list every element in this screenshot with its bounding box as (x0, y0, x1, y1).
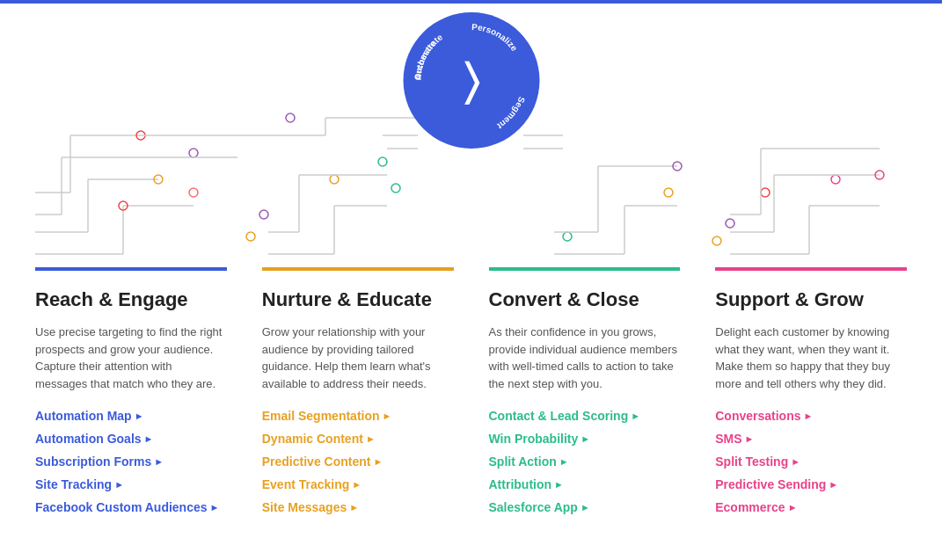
list-item: SMS ► (715, 431, 907, 447)
arrow-icon: ► (114, 479, 124, 490)
arrow-icon: ► (135, 411, 144, 421)
svg-text:Personalize: Personalize (471, 22, 519, 54)
list-item: Event Tracking ► (262, 476, 454, 492)
list-item: Conversations ► (715, 408, 907, 424)
column-reach: Reach & Engage Use precise targeting to … (18, 267, 245, 522)
list-item: Automation Map ► (35, 408, 227, 424)
convert-title: Convert & Close (489, 288, 681, 311)
arrow-icon: ► (791, 456, 800, 467)
arrow-icon: ► (349, 502, 359, 513)
arrow-icon: ► (352, 479, 361, 490)
arrow-icon: ► (581, 502, 590, 513)
svg-text:Segment: Segment (494, 96, 526, 132)
list-item: Dynamic Content ► (262, 431, 454, 447)
support-divider (715, 267, 907, 271)
column-convert: Convert & Close As their confidence in y… (471, 267, 698, 522)
svg-point-43 (726, 219, 734, 228)
arrow-icon: ► (788, 502, 798, 513)
reach-link-0[interactable]: Automation Map ► (35, 409, 144, 423)
reach-divider (35, 267, 227, 271)
diagram-container: Automate Personalize Segment Orchestrate… (18, 4, 924, 267)
nurture-link-2[interactable]: Predictive Content ► (262, 455, 383, 469)
list-item: Site Tracking ► (35, 476, 227, 492)
svg-point-20 (259, 210, 268, 219)
support-links: Conversations ► SMS ► Split Testing ► Pr… (715, 408, 907, 515)
convert-link-3[interactable]: Attribution ► (489, 477, 564, 491)
list-item: Predictive Content ► (262, 454, 454, 469)
convert-description: As their confidence in you grows, provid… (489, 324, 681, 392)
list-item: Automation Goals ► (35, 431, 227, 447)
column-support: Support & Grow Delight each customer by … (697, 267, 924, 522)
support-link-1[interactable]: SMS ► (715, 432, 754, 446)
arrow-icon: ► (554, 479, 564, 490)
nurture-title: Nurture & Educate (262, 288, 454, 311)
list-item: Site Messages ► (262, 499, 454, 515)
arrow-icon: ► (745, 433, 755, 444)
reach-link-4[interactable]: Facebook Custom Audiences ► (35, 500, 219, 514)
nurture-links: Email Segmentation ► Dynamic Content ► P… (262, 408, 454, 515)
nurture-link-1[interactable]: Dynamic Content ► (262, 432, 376, 446)
page-wrapper: Automate Personalize Segment Orchestrate… (0, 4, 942, 557)
list-item: Split Testing ► (715, 454, 907, 469)
convert-link-4[interactable]: Salesforce App ► (489, 500, 590, 514)
nurture-link-4[interactable]: Site Messages ► (262, 500, 359, 514)
nurture-link-3[interactable]: Event Tracking ► (262, 477, 361, 491)
arrow-icon: ► (383, 411, 392, 421)
arrow-icon: ► (144, 433, 154, 444)
list-item: Salesforce App ► (489, 499, 681, 515)
svg-point-30 (378, 157, 387, 166)
arrow-icon: ► (829, 479, 838, 490)
reach-links: Automation Map ► Automation Goals ► Subs… (35, 408, 227, 515)
list-item: Subscription Forms ► (35, 454, 227, 469)
support-title: Support & Grow (715, 288, 907, 311)
svg-point-19 (246, 232, 255, 241)
convert-divider (489, 267, 681, 271)
list-item: Win Probability ► (489, 431, 681, 447)
arrow-icon: ► (154, 456, 164, 467)
svg-point-26 (391, 184, 400, 193)
convert-link-0[interactable]: Contact & Lead Scoring ► (489, 409, 641, 423)
list-item: Email Segmentation ► (262, 408, 454, 424)
nurture-divider (262, 267, 454, 271)
list-item: Predictive Sending ► (715, 476, 907, 492)
svg-point-36 (563, 232, 572, 241)
support-link-0[interactable]: Conversations ► (715, 409, 813, 423)
nurture-description: Grow your relationship with your audienc… (262, 324, 454, 392)
columns: Reach & Engage Use precise targeting to … (18, 267, 924, 522)
convert-link-1[interactable]: Win Probability ► (489, 432, 591, 446)
support-link-4[interactable]: Ecommerce ► (715, 500, 797, 514)
svg-point-42 (712, 236, 721, 245)
arrow-icon: ► (210, 502, 220, 513)
convert-link-2[interactable]: Split Action ► (489, 455, 569, 469)
arrow-icon: ► (631, 411, 640, 421)
nurture-link-0[interactable]: Email Segmentation ► (262, 409, 392, 423)
list-item: Contact & Lead Scoring ► (489, 408, 681, 424)
svg-point-37 (664, 188, 673, 197)
list-item: Facebook Custom Audiences ► (35, 499, 227, 515)
svg-point-11 (189, 149, 198, 157)
svg-point-22 (286, 113, 295, 122)
support-description: Delight each customer by knowing what th… (715, 324, 907, 392)
svg-point-48 (831, 175, 840, 184)
svg-point-18 (189, 188, 198, 197)
center-circle: Automate Personalize Segment Orchestrate… (403, 12, 539, 149)
convert-links: Contact & Lead Scoring ► Win Probability… (489, 408, 681, 515)
arrow-icon: ► (559, 456, 569, 467)
svg-point-47 (761, 188, 770, 197)
support-link-3[interactable]: Predictive Sending ► (715, 477, 838, 491)
arrow-icon: ► (366, 433, 376, 444)
arrow-icon: ► (581, 433, 590, 444)
reach-link-3[interactable]: Site Tracking ► (35, 477, 124, 491)
list-item: Ecommerce ► (715, 499, 907, 515)
list-item: Attribution ► (489, 476, 681, 492)
arrow-icon: ► (373, 456, 383, 467)
reach-link-1[interactable]: Automation Goals ► (35, 432, 153, 446)
reach-link-2[interactable]: Subscription Forms ► (35, 455, 164, 469)
reach-description: Use precise targeting to find the right … (35, 324, 227, 392)
reach-title: Reach & Engage (35, 288, 227, 311)
column-nurture: Nurture & Educate Grow your relationship… (245, 267, 471, 522)
list-item: Split Action ► (489, 454, 681, 469)
arrow-icon: ► (804, 411, 814, 421)
support-link-2[interactable]: Split Testing ► (715, 455, 800, 469)
svg-point-25 (330, 175, 339, 184)
